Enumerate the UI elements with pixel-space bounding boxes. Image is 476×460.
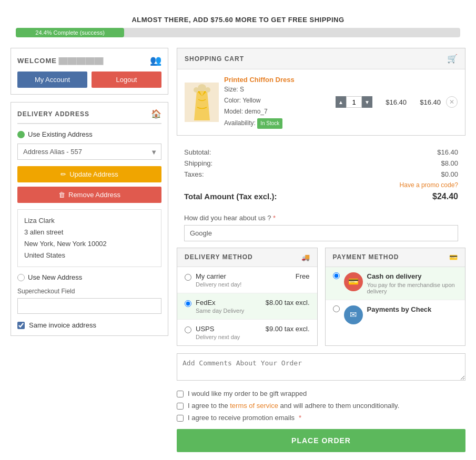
dress-svg [189, 84, 215, 120]
use-existing-radio-row[interactable]: Use Existing Address [17, 130, 161, 138]
qty-decrease-button[interactable]: ▼ [362, 96, 372, 108]
my-account-button[interactable]: My Account [17, 71, 87, 88]
address-line4: United States [24, 250, 155, 261]
delivery-radio-fedex[interactable] [185, 300, 191, 307]
use-new-radio-row[interactable]: Use New Address [17, 273, 161, 281]
delivery-payment-row: DELIVERY METHOD 🚚 My carrier Free Delive… [177, 248, 465, 346]
payment-method-box: PAYMENT METHOD 💳 💳 Cash on delivery You … [325, 248, 466, 346]
quantity-control: ▲ ▼ [336, 96, 372, 108]
promo-emails-label: I agree to receive promotion emails [188, 414, 295, 422]
same-invoice-label: Same invoice address [29, 321, 96, 329]
svg-point-5 [205, 87, 210, 93]
tos-link[interactable]: terms of service [230, 402, 278, 410]
address-display: Liza Clark 3 allen street New York, New … [17, 209, 161, 267]
update-address-label: Update Address [69, 170, 118, 178]
delivery-option-mycarrier[interactable]: My carrier Free Delivery next day! [177, 267, 317, 293]
payment-method-header: PAYMENT METHOD 💳 [326, 248, 465, 267]
promo-required-star: * [299, 414, 301, 422]
same-invoice-checkbox[interactable] [17, 322, 25, 329]
place-order-button[interactable]: PLACE ORDER [177, 429, 465, 452]
address-alias-select-wrap: Address Alias - 557 ▼ [17, 144, 161, 160]
comments-area [177, 353, 465, 382]
promo-emails-checkbox[interactable] [177, 415, 184, 422]
delivery-method-box: DELIVERY METHOD 🚚 My carrier Free Delive… [177, 248, 318, 346]
remove-address-label: Remove Address [68, 191, 120, 199]
product-name: Printed Chiffon Dress [224, 76, 330, 84]
supercheckout-input[interactable] [17, 298, 161, 314]
payment-option-cod[interactable]: 💳 Cash on delivery You pay for the merch… [326, 267, 465, 300]
hear-about-select[interactable]: Google Facebook Twitter Other [184, 225, 458, 241]
product-color: Color: Yellow [224, 96, 330, 106]
product-size: Size: S [224, 85, 330, 95]
shipping-label: Shipping: [184, 159, 212, 167]
logout-button[interactable]: Logout [92, 71, 161, 88]
comments-textarea[interactable] [177, 353, 465, 381]
tos-text: I agree to the terms of service and will… [188, 402, 399, 410]
payment-radio-check[interactable] [333, 305, 340, 312]
remove-item-button[interactable]: ✕ [446, 96, 458, 108]
checkbox-section: I would like my order to be gift wrapped… [177, 390, 465, 422]
truck-icon: 🚚 [301, 253, 310, 261]
total-value: $24.40 [432, 192, 458, 201]
taxes-label: Taxes: [184, 170, 204, 178]
address-icon: 🏠 [151, 109, 161, 119]
progress-bar-fill: 24.4% Complete (success) [16, 28, 124, 37]
total-row: Total Amount (Tax excl.): $24.40 [184, 192, 458, 201]
product-availability: Availability: In Stock [224, 118, 330, 129]
payment-card-icon: 💳 [449, 253, 458, 261]
qty-input[interactable] [346, 96, 362, 108]
payment-option-check[interactable]: ✉ Payments by Check [326, 300, 465, 330]
order-summary: Subtotal: $16.40 Shipping: $8.00 Taxes: … [177, 143, 465, 214]
payment-check-text: Payments by Check [367, 305, 458, 313]
delivery-option-usps[interactable]: USPS $9.00 tax excl. Delivery next day [177, 320, 317, 345]
qty-increase-button[interactable]: ▲ [336, 96, 346, 108]
delivery-price-fedex: $8.00 tax excl. [266, 299, 310, 306]
delivery-option-mycarrier-content: My carrier Free Delivery next day! [196, 272, 310, 288]
hear-about-text: How did you hear about us ? [184, 214, 271, 222]
cart-item: Printed Chiffon Dress Size: S Color: Yel… [177, 69, 465, 135]
payment-radio-cod[interactable] [333, 272, 340, 279]
gift-wrap-checkbox[interactable] [177, 391, 184, 397]
right-column: SHOPPING CART 🛒 [177, 48, 465, 452]
progress-bar-wrapper: 24.4% Complete (success) [16, 28, 460, 37]
product-model: Model: demo_7 [224, 107, 330, 117]
address-alias-select[interactable]: Address Alias - 557 [17, 144, 161, 160]
delivery-address-box: DELIVERY ADDRESS 🏠 Use Existing Address … [11, 102, 168, 336]
payment-check-name: Payments by Check [367, 305, 458, 313]
delivery-option-usps-content: USPS $9.00 tax excl. Delivery next day [196, 325, 310, 340]
delivery-option-fedex[interactable]: FedEx $8.00 tax excl. Same day Delivery [177, 293, 317, 320]
delivery-price-mycarrier: Free [296, 272, 310, 280]
cart-header: SHOPPING CART 🛒 [177, 48, 465, 69]
remove-address-button[interactable]: 🗑 Remove Address [17, 187, 161, 203]
cart-icon: 🛒 [447, 54, 458, 64]
subtotal-value: $16.40 [437, 148, 458, 156]
promo-emails-row: I agree to receive promotion emails * [177, 414, 465, 422]
welcome-box: WELCOME ██████████ 👥 My Account Logout [11, 48, 168, 95]
product-unit-price: $16.40 [378, 98, 407, 106]
delivery-radio-usps[interactable] [185, 326, 191, 333]
use-existing-label: Use Existing Address [28, 130, 93, 138]
welcome-name: ██████████ [59, 57, 104, 65]
delivery-radio-mycarrier[interactable] [185, 274, 191, 281]
in-stock-badge: In Stock [257, 118, 282, 129]
progress-label: 24.4% Complete (success) [32, 29, 107, 36]
delivery-name-fedex: FedEx [196, 299, 216, 306]
gift-wrap-row: I would like my order to be gift wrapped [177, 390, 465, 397]
tos-row: I agree to the terms of service and will… [177, 402, 465, 410]
shopping-cart-box: SHOPPING CART 🛒 [177, 48, 465, 136]
use-new-address-label: Use New Address [28, 273, 82, 281]
product-image [185, 83, 219, 122]
hear-about-label: How did you hear about us ? * [184, 214, 458, 222]
promo-code-link[interactable]: Have a promo code? [184, 181, 458, 189]
supercheckout-label: Supercheckout Field [17, 288, 161, 295]
delivery-address-title: DELIVERY ADDRESS [17, 110, 89, 118]
tos-checkbox[interactable] [177, 403, 184, 410]
subtotal-row: Subtotal: $16.40 [184, 148, 458, 156]
address-line1: Liza Clark [24, 215, 155, 227]
delivery-name-mycarrier: My carrier [196, 272, 226, 280]
tos-prefix: I agree to the [188, 402, 230, 410]
svg-point-0 [198, 84, 206, 91]
taxes-row: Taxes: $0.00 [184, 170, 458, 178]
shipping-row: Shipping: $8.00 [184, 159, 458, 167]
update-address-button[interactable]: ✏ Update Address [17, 166, 161, 182]
